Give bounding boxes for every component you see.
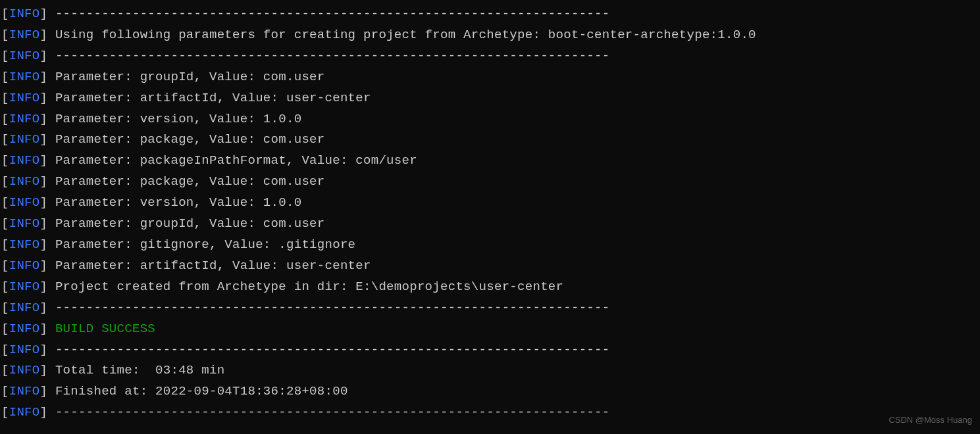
bracket-close: ]: [40, 279, 55, 294]
log-line: [INFO] Parameter: artifactId, Value: use…: [0, 256, 980, 277]
bracket-open: [: [1, 132, 9, 147]
bracket-close: ]: [40, 301, 55, 315]
log-separator: ----------------------------------------…: [55, 49, 610, 63]
log-level: INFO: [9, 279, 40, 294]
log-line: [INFO] Parameter: package, Value: com.us…: [0, 130, 980, 151]
log-line: [INFO] BUILD SUCCESS: [0, 319, 980, 340]
log-level: INFO: [9, 322, 40, 336]
log-message: Parameter: packageInPathFormat, Value: c…: [55, 153, 417, 168]
bracket-close: ]: [40, 322, 55, 336]
bracket-close: ]: [40, 49, 55, 63]
bracket-close: ]: [40, 7, 55, 21]
log-line: [INFO] Total time: 03:48 min: [0, 360, 980, 381]
bracket-open: [: [1, 237, 9, 252]
bracket-open: [: [1, 195, 9, 210]
bracket-open: [: [1, 279, 9, 294]
bracket-close: ]: [40, 195, 55, 210]
bracket-open: [: [1, 301, 9, 315]
log-message: Parameter: gitignore, Value: .gitignore: [55, 237, 355, 252]
log-message: Using following parameters for creating …: [55, 28, 756, 42]
bracket-close: ]: [40, 153, 55, 168]
bracket-open: [: [1, 7, 9, 21]
bracket-open: [: [1, 343, 9, 357]
watermark-text: CSDN @Moss Huang: [889, 413, 972, 427]
bracket-open: [: [1, 174, 9, 189]
log-level: INFO: [9, 132, 40, 147]
bracket-close: ]: [40, 384, 55, 398]
bracket-close: ]: [40, 216, 55, 231]
bracket-close: ]: [40, 237, 55, 252]
log-message: Parameter: version, Value: 1.0.0: [55, 112, 301, 126]
bracket-open: [: [1, 49, 9, 63]
log-message: Total time: 03:48 min: [55, 363, 224, 377]
bracket-close: ]: [40, 28, 55, 42]
log-line: [INFO] Parameter: packageInPathFormat, V…: [0, 151, 980, 172]
log-line: [INFO] Finished at: 2022-09-04T18:36:28+…: [0, 381, 980, 402]
log-message: Parameter: version, Value: 1.0.0: [55, 195, 301, 210]
log-message: Parameter: artifactId, Value: user-cente…: [55, 258, 371, 273]
bracket-close: ]: [40, 112, 55, 126]
log-message: Parameter: groupId, Value: com.user: [55, 216, 325, 231]
log-level: INFO: [9, 363, 40, 377]
log-level: INFO: [9, 49, 40, 63]
log-line: [INFO] ---------------------------------…: [0, 298, 980, 319]
log-level: INFO: [9, 7, 40, 21]
log-level: INFO: [9, 405, 40, 420]
bracket-open: [: [1, 91, 9, 105]
log-line: [INFO] ---------------------------------…: [0, 402, 980, 423]
bracket-open: [: [1, 70, 9, 84]
log-level: INFO: [9, 343, 40, 357]
bracket-open: [: [1, 216, 9, 231]
log-message: Parameter: package, Value: com.user: [55, 132, 325, 147]
log-line: [INFO] Parameter: groupId, Value: com.us…: [0, 214, 980, 235]
log-message: Parameter: package, Value: com.user: [55, 174, 325, 189]
bracket-open: [: [1, 322, 9, 336]
log-line: [INFO] ---------------------------------…: [0, 46, 980, 67]
log-level: INFO: [9, 91, 40, 105]
log-line: [INFO] ---------------------------------…: [0, 4, 980, 25]
log-level: INFO: [9, 237, 40, 252]
log-line: [INFO] Parameter: artifactId, Value: use…: [0, 88, 980, 109]
log-line: [INFO] Parameter: groupId, Value: com.us…: [0, 67, 980, 88]
log-level: INFO: [9, 216, 40, 231]
log-level: INFO: [9, 258, 40, 273]
log-level: INFO: [9, 384, 40, 398]
bracket-open: [: [1, 405, 9, 420]
bracket-open: [: [1, 153, 9, 168]
log-level: INFO: [9, 195, 40, 210]
log-line: [INFO] Parameter: version, Value: 1.0.0: [0, 193, 980, 214]
log-level: INFO: [9, 301, 40, 315]
build-success: BUILD SUCCESS: [55, 322, 155, 336]
log-line: [INFO] Parameter: package, Value: com.us…: [0, 172, 980, 193]
log-line: [INFO] Using following parameters for cr…: [0, 25, 980, 46]
bracket-close: ]: [40, 405, 55, 420]
log-line: [INFO] Project created from Archetype in…: [0, 277, 980, 298]
log-level: INFO: [9, 153, 40, 168]
bracket-close: ]: [40, 343, 55, 357]
bracket-open: [: [1, 384, 9, 398]
log-line: [INFO] ---------------------------------…: [0, 340, 980, 361]
bracket-close: ]: [40, 132, 55, 147]
bracket-close: ]: [40, 174, 55, 189]
log-separator: ----------------------------------------…: [55, 405, 610, 420]
log-line: [INFO] Parameter: gitignore, Value: .git…: [0, 235, 980, 256]
log-level: INFO: [9, 28, 40, 42]
bracket-open: [: [1, 258, 9, 273]
bracket-close: ]: [40, 363, 55, 377]
log-level: INFO: [9, 174, 40, 189]
bracket-open: [: [1, 28, 9, 42]
bracket-close: ]: [40, 70, 55, 84]
bracket-close: ]: [40, 91, 55, 105]
bracket-open: [: [1, 363, 9, 377]
log-separator: ----------------------------------------…: [55, 301, 610, 315]
log-level: INFO: [9, 112, 40, 126]
log-line: [INFO] Parameter: version, Value: 1.0.0: [0, 109, 980, 130]
log-message: Parameter: artifactId, Value: user-cente…: [55, 91, 371, 105]
log-message: Project created from Archetype in dir: E…: [55, 279, 563, 294]
log-message: Parameter: groupId, Value: com.user: [55, 70, 325, 84]
log-level: INFO: [9, 70, 40, 84]
console-output: [INFO] ---------------------------------…: [0, 4, 980, 423]
log-separator: ----------------------------------------…: [55, 7, 610, 21]
log-message: Finished at: 2022-09-04T18:36:28+08:00: [55, 384, 348, 398]
bracket-close: ]: [40, 258, 55, 273]
